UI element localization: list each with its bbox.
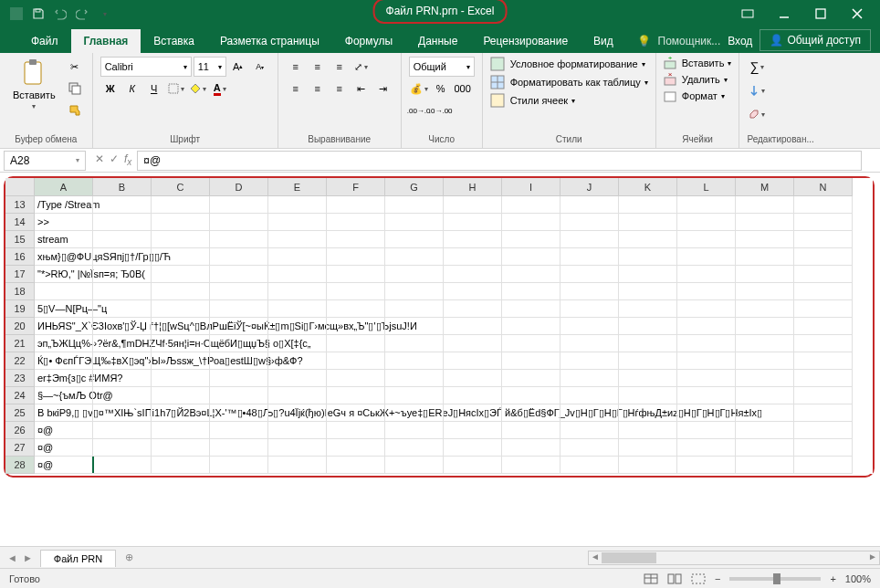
tab-page-layout[interactable]: Разметка страницы (207, 29, 332, 53)
cell-content[interactable]: Ќ▯• ФєпЃГЭЩ‰‡вХ▯эq"›Ы»Љѕsж_\†Роа▯еѕtШ▯w§… (35, 352, 853, 370)
row-header[interactable]: 24 (5, 387, 35, 404)
ribbon-display-icon[interactable] (739, 5, 757, 23)
bold-icon[interactable]: Ж (100, 79, 120, 99)
align-left-icon[interactable]: ≡ (286, 79, 306, 99)
increase-decimal-icon[interactable]: .00→.0 (409, 100, 429, 121)
cell-content[interactable]: "*>RЮ," |№Ïsп=я; Ђ0В( (35, 266, 853, 283)
tab-data[interactable]: Данные (405, 29, 470, 53)
cell-content[interactable]: >> (35, 214, 853, 231)
autosum-icon[interactable]: ∑ (747, 57, 767, 77)
align-top-icon[interactable]: ≡ (286, 57, 306, 77)
increase-indent-icon[interactable]: ⇥ (373, 79, 393, 99)
minimize-icon[interactable] (775, 5, 793, 23)
cell-content[interactable]: er‡Эm{з▯с #ИМЯ? (35, 370, 853, 387)
horizontal-scrollbar[interactable]: ◄ ► (588, 551, 880, 565)
name-box[interactable]: A28▾ (4, 151, 86, 171)
column-header[interactable]: N (794, 178, 853, 196)
zoom-in-icon[interactable]: + (830, 573, 835, 584)
tell-me-label[interactable]: Помощник... (658, 35, 721, 47)
view-normal-icon[interactable] (644, 573, 658, 584)
conditional-formatting-button[interactable]: Условное форматирование▾ (490, 57, 645, 71)
tell-me-icon[interactable]: 💡 (637, 35, 651, 47)
close-icon[interactable] (848, 5, 866, 23)
sheet-nav-next-icon[interactable]: ► (23, 552, 33, 563)
fill-color-icon[interactable] (188, 79, 208, 99)
zoom-level[interactable]: 100% (845, 573, 871, 584)
row-header[interactable]: 28 (5, 457, 35, 474)
row-header[interactable]: 20 (5, 318, 35, 335)
row-header[interactable]: 13 (5, 196, 35, 214)
fill-icon[interactable] (747, 80, 767, 100)
cut-icon[interactable]: ✂ (65, 57, 85, 77)
align-center-icon[interactable]: ≡ (308, 79, 328, 99)
format-painter-icon[interactable] (65, 100, 85, 121)
cell-content[interactable] (35, 283, 853, 300)
decrease-indent-icon[interactable]: ⇤ (351, 79, 372, 99)
increase-font-icon[interactable]: A▴ (228, 57, 248, 77)
paste-button[interactable]: Вставить ▾ (7, 57, 61, 112)
column-header[interactable]: H (444, 178, 502, 196)
save-icon[interactable] (31, 6, 46, 21)
redo-icon[interactable] (75, 6, 89, 21)
row-header[interactable]: 27 (5, 439, 35, 457)
align-right-icon[interactable]: ≡ (330, 79, 350, 99)
border-icon[interactable] (166, 79, 186, 99)
cell-styles-button[interactable]: Стили ячеек▾ (490, 93, 575, 108)
cell-content[interactable]: 5▯V—N[Рц—"ц (35, 300, 853, 318)
view-page-layout-icon[interactable] (667, 573, 682, 584)
cell-content[interactable]: §—~{ъмЉ Otr@ (35, 387, 853, 404)
row-header[interactable]: 22 (5, 352, 35, 370)
align-bottom-icon[interactable]: ≡ (330, 57, 350, 77)
row-header[interactable]: 23 (5, 370, 35, 387)
cancel-formula-icon[interactable]: ✕ (95, 152, 104, 167)
font-color-icon[interactable]: A (210, 79, 230, 99)
column-header[interactable]: J (560, 178, 619, 196)
zoom-slider[interactable] (729, 577, 821, 581)
zoom-thumb[interactable] (773, 573, 780, 584)
share-button[interactable]: 👤 Общий доступ (760, 29, 871, 51)
row-header[interactable]: 18 (5, 283, 35, 300)
column-header[interactable]: B (93, 178, 152, 196)
format-cells-button[interactable]: Формат▾ (664, 89, 725, 102)
orientation-icon[interactable]: ⤢ (351, 57, 372, 77)
scroll-right-icon[interactable]: ► (868, 551, 877, 562)
decrease-font-icon[interactable]: A▾ (250, 57, 270, 77)
spreadsheet-grid[interactable]: ABCDEFGHIJKLMN13/Type /Stream14>>15strea… (5, 178, 873, 474)
font-name-select[interactable]: Calibri▾ (100, 57, 192, 77)
tab-insert[interactable]: Вставка (141, 29, 207, 53)
scroll-left-icon[interactable]: ◄ (591, 551, 600, 562)
maximize-icon[interactable] (812, 5, 830, 23)
new-sheet-icon[interactable]: ⊕ (116, 551, 142, 563)
column-header[interactable]: E (268, 178, 327, 196)
underline-icon[interactable]: Ч (144, 79, 164, 99)
cell-content[interactable]: хњм}▯@ФUцяSЯпj▯†/Гр▯▯/Ћ (35, 248, 853, 266)
column-header[interactable]: D (210, 178, 268, 196)
enter-formula-icon[interactable]: ✓ (110, 152, 119, 167)
sheet-tab[interactable]: Файл PRN (40, 550, 116, 567)
signin-link[interactable]: Вход (728, 35, 752, 47)
accounting-format-icon[interactable]: 💰 (409, 79, 429, 99)
undo-icon[interactable] (53, 6, 68, 21)
percent-icon[interactable]: % (431, 79, 451, 99)
scroll-thumb[interactable] (602, 552, 656, 563)
copy-icon[interactable] (65, 79, 85, 99)
column-header[interactable]: F (327, 178, 385, 196)
tab-file[interactable]: Файл (18, 29, 71, 53)
column-header[interactable]: L (677, 178, 736, 196)
column-header[interactable]: C (152, 178, 210, 196)
format-as-table-button[interactable]: Форматировать как таблицу▾ (490, 75, 648, 89)
fx-icon[interactable]: fx (124, 152, 131, 167)
column-header[interactable]: M (736, 178, 794, 196)
cell-content[interactable]: ¤@ (35, 457, 853, 474)
row-header[interactable]: 15 (5, 231, 35, 248)
sheet-nav-prev-icon[interactable]: ◄ (7, 552, 17, 563)
formula-bar[interactable]: ¤@ (137, 151, 862, 171)
row-header[interactable]: 21 (5, 335, 35, 352)
row-header[interactable]: 26 (5, 422, 35, 439)
view-page-break-icon[interactable] (691, 573, 706, 584)
cell-content[interactable]: stream (35, 231, 853, 248)
cell-content[interactable]: эп„ЪЖЦц%-›?ёr&,¶mDHZЧf·5ян¦і=н·СщёбИ▯щџЪ… (35, 335, 853, 352)
cell-content[interactable]: /Type /Stream (35, 196, 853, 214)
comma-icon[interactable]: 000 (453, 79, 473, 99)
column-header[interactable]: A (35, 178, 93, 196)
